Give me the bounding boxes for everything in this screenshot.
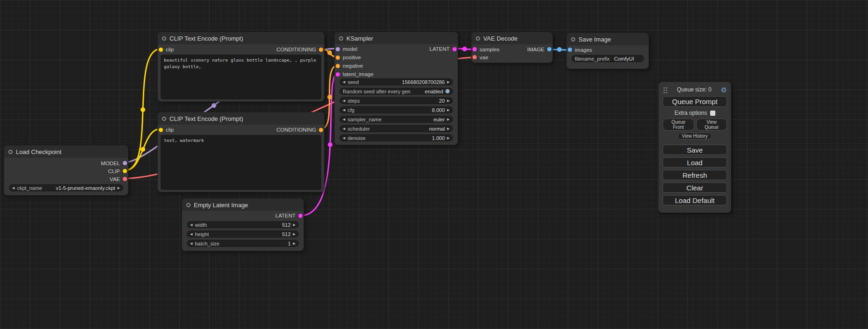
- increment-arrow-icon[interactable]: ▶: [447, 108, 450, 112]
- node-title: CLIP Text Encode (Prompt): [169, 115, 243, 122]
- clip-input-slot[interactable]: [159, 48, 163, 52]
- output-slot-row: LATENT: [182, 211, 303, 220]
- increment-arrow-icon[interactable]: ▶: [118, 186, 120, 189]
- extra-options-label: Extra options: [674, 110, 707, 116]
- view-history-row: View History: [663, 133, 727, 140]
- prompt-textarea[interactable]: text, watermark: [161, 135, 321, 190]
- increment-arrow-icon[interactable]: ▶: [447, 127, 450, 130]
- collapse-dot-icon[interactable]: [476, 36, 480, 41]
- increment-arrow-icon[interactable]: ▶: [447, 136, 450, 140]
- collapse-dot-icon[interactable]: [571, 37, 575, 42]
- toggle-indicator-icon[interactable]: [445, 89, 450, 93]
- conditioning-output-slot[interactable]: [319, 128, 323, 132]
- ckpt-name-widget[interactable]: ◀ ckpt_name v1-5-pruned-emaonly.ckpt ▶: [9, 184, 123, 191]
- queue-front-button[interactable]: Queue Front: [663, 119, 694, 131]
- latent-image-input-slot[interactable]: [336, 72, 340, 77]
- batch-size-widget[interactable]: ◀ batch_size 1 ▶: [187, 240, 299, 247]
- node-title-bar[interactable]: Load Checkpoint: [4, 146, 128, 158]
- refresh-button[interactable]: Refresh: [663, 170, 727, 180]
- output-label: VAE: [110, 176, 120, 182]
- node-clip-text-encode-positive[interactable]: CLIP Text Encode (Prompt) clip CONDITION…: [157, 32, 325, 102]
- decrement-arrow-icon[interactable]: ◀: [343, 108, 345, 112]
- load-default-button[interactable]: Load Default: [663, 195, 727, 205]
- samples-input-slot[interactable]: [473, 47, 477, 51]
- node-load-checkpoint[interactable]: Load Checkpoint MODEL CLIP VAE ◀ ckpt_na…: [4, 145, 128, 196]
- view-queue-button[interactable]: View Queue: [696, 119, 727, 131]
- denoise-widget[interactable]: ◀ denoise 1.000 ▶: [339, 134, 453, 141]
- view-history-button[interactable]: View History: [677, 133, 712, 140]
- node-title-bar[interactable]: KSampler: [335, 32, 458, 44]
- increment-arrow-icon[interactable]: ▶: [293, 242, 296, 245]
- increment-arrow-icon[interactable]: ▶: [447, 80, 450, 84]
- extra-options-checkbox[interactable]: [710, 111, 715, 116]
- node-title-bar[interactable]: Save Image: [567, 33, 649, 45]
- input-label: latent_image: [343, 71, 374, 77]
- image-output-slot[interactable]: [547, 47, 551, 51]
- output-label: CONDITIONING: [276, 47, 316, 52]
- node-title-bar[interactable]: CLIP Text Encode (Prompt): [158, 112, 324, 125]
- increment-arrow-icon[interactable]: ▶: [293, 232, 296, 236]
- sampler-name-widget[interactable]: ◀ sampler_name euler ▶: [339, 116, 453, 123]
- height-widget[interactable]: ◀ height 512 ▶: [187, 231, 299, 238]
- queue-size-label: Queue size: 0: [668, 86, 721, 93]
- positive-input-slot[interactable]: [336, 56, 340, 60]
- slot-row: clip CONDITIONING: [158, 45, 324, 54]
- scheduler-widget[interactable]: ◀ scheduler normal ▶: [339, 125, 453, 132]
- queue-prompt-button[interactable]: Queue Prompt: [663, 96, 727, 107]
- drag-handle-icon[interactable]: [663, 86, 668, 93]
- decrement-arrow-icon[interactable]: ◀: [12, 186, 14, 189]
- output-slot-row: CLIP: [4, 167, 128, 175]
- increment-arrow-icon[interactable]: ▶: [293, 223, 296, 226]
- images-input-slot[interactable]: [568, 48, 572, 52]
- output-label: CONDITIONING: [276, 127, 316, 133]
- random-seed-toggle-widget[interactable]: Random seed after every gen enabled: [339, 88, 453, 95]
- node-title-bar[interactable]: CLIP Text Encode (Prompt): [158, 32, 324, 44]
- output-slot-row: LATENT: [429, 45, 458, 53]
- decrement-arrow-icon[interactable]: ◀: [343, 80, 345, 84]
- decrement-arrow-icon[interactable]: ◀: [190, 242, 192, 245]
- decrement-arrow-icon[interactable]: ◀: [343, 136, 345, 140]
- latent-output-slot[interactable]: [298, 214, 303, 218]
- vae-input-slot[interactable]: [473, 55, 477, 59]
- clip-input-slot[interactable]: [159, 128, 163, 132]
- decrement-arrow-icon[interactable]: ◀: [343, 99, 345, 102]
- conditioning-output-slot[interactable]: [319, 48, 323, 52]
- steps-widget[interactable]: ◀ steps 20 ▶: [339, 97, 453, 104]
- seed-widget[interactable]: ◀ seed 156680208700286 ▶: [339, 78, 453, 85]
- decrement-arrow-icon[interactable]: ◀: [343, 127, 345, 130]
- save-button[interactable]: Save: [663, 145, 727, 155]
- vae-output-slot[interactable]: [123, 177, 127, 181]
- menu-header: Queue size: 0 ⚙: [663, 85, 727, 94]
- negative-input-slot[interactable]: [336, 64, 340, 68]
- decrement-arrow-icon[interactable]: ◀: [190, 223, 192, 226]
- clear-button[interactable]: Clear: [663, 182, 727, 193]
- decrement-arrow-icon[interactable]: ◀: [343, 118, 345, 121]
- settings-gear-icon[interactable]: ⚙: [721, 86, 727, 93]
- collapse-dot-icon[interactable]: [186, 203, 191, 207]
- load-button[interactable]: Load: [663, 157, 727, 168]
- collapse-dot-icon[interactable]: [162, 36, 166, 41]
- node-title-bar[interactable]: Empty Latent Image: [182, 199, 303, 211]
- node-clip-text-encode-negative[interactable]: CLIP Text Encode (Prompt) clip CONDITION…: [157, 112, 325, 192]
- decrement-arrow-icon[interactable]: ◀: [190, 232, 192, 236]
- collapse-dot-icon[interactable]: [162, 117, 166, 121]
- node-ksampler[interactable]: KSampler LATENT model positive negative …: [334, 32, 458, 145]
- node-title: Empty Latent Image: [194, 202, 248, 209]
- filename-prefix-widget[interactable]: filename_prefix ComfyUI: [572, 55, 644, 62]
- cfg-widget[interactable]: ◀ cfg 8.000 ▶: [339, 106, 453, 113]
- collapse-dot-icon[interactable]: [339, 36, 343, 41]
- increment-arrow-icon[interactable]: ▶: [447, 118, 450, 121]
- model-output-slot[interactable]: [123, 161, 127, 165]
- clip-output-slot[interactable]: [123, 169, 127, 173]
- node-title-bar[interactable]: VAE Decode: [472, 32, 552, 44]
- collapse-dot-icon[interactable]: [8, 150, 13, 154]
- latent-output-slot[interactable]: [452, 47, 457, 51]
- width-widget[interactable]: ◀ width 512 ▶: [187, 221, 299, 228]
- increment-arrow-icon[interactable]: ▶: [447, 99, 450, 102]
- node-empty-latent-image[interactable]: Empty Latent Image LATENT ◀ width 512 ▶ …: [182, 198, 304, 251]
- node-vae-decode[interactable]: VAE Decode IMAGE samples vae: [471, 32, 553, 63]
- prompt-textarea[interactable]: beautiful scenery nature glass bottle la…: [161, 55, 321, 99]
- node-graph-canvas[interactable]: Load Checkpoint MODEL CLIP VAE ◀ ckpt_na…: [0, 0, 868, 329]
- node-save-image[interactable]: Save Image images filename_prefix ComfyU…: [566, 33, 649, 69]
- model-input-slot[interactable]: [336, 47, 340, 51]
